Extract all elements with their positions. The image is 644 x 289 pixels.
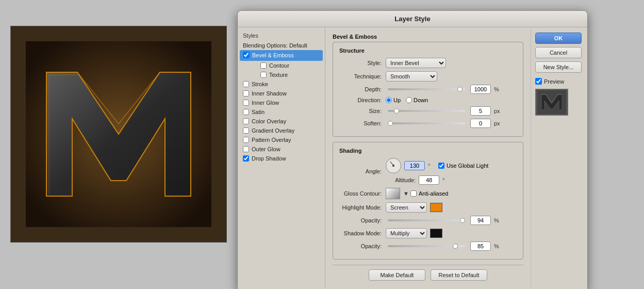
gradient-overlay-checkbox[interactable]: [243, 127, 249, 134]
bevel-emboss-header: Bevel & Emboss: [333, 34, 523, 40]
shadow-opacity-slider[interactable]: [388, 245, 465, 247]
highlight-mode-select[interactable]: Screen Normal Multiply: [386, 202, 427, 213]
shadow-opacity-input[interactable]: [470, 242, 491, 251]
gloss-contour-control: ▼ Anti-aliased: [386, 188, 517, 199]
gloss-contour-preview[interactable]: [386, 188, 400, 199]
style-label: Style:: [339, 60, 386, 66]
shadow-mode-row: Shadow Mode: Multiply Normal Screen: [339, 228, 517, 238]
direction-up-label: Up: [393, 97, 401, 103]
depth-unit: %: [494, 86, 501, 92]
direction-up-item[interactable]: Up: [386, 97, 401, 103]
depth-control: %: [386, 85, 517, 94]
shadow-opacity-thumb[interactable]: [453, 244, 458, 249]
highlight-opacity-unit: %: [494, 217, 501, 223]
depth-input[interactable]: [470, 85, 491, 94]
gloss-contour-arrow[interactable]: ▼: [403, 190, 407, 197]
shadow-color-swatch[interactable]: [430, 229, 442, 238]
soften-input[interactable]: [470, 119, 491, 128]
canvas-area: [10, 26, 227, 243]
size-slider-track[interactable]: [388, 110, 465, 112]
color-overlay-item[interactable]: Color Overlay: [238, 117, 325, 126]
highlight-opacity-input[interactable]: [470, 216, 491, 225]
styles-panel: Styles Blending Options: Default Bevel &…: [238, 27, 325, 289]
drop-shadow-checkbox[interactable]: [243, 155, 249, 162]
color-overlay-checkbox[interactable]: [243, 118, 249, 124]
dialog-footer: Make Default Reset to Default: [333, 265, 523, 285]
pattern-overlay-checkbox[interactable]: [243, 137, 249, 143]
highlight-opacity-row: Opacity: %: [339, 216, 517, 225]
outer-glow-checkbox[interactable]: [243, 146, 249, 152]
middle-panel: Bevel & Emboss Structure Style: Inner Be…: [325, 27, 531, 289]
shading-section: Shading Angle: °: [333, 142, 523, 260]
angle-dial[interactable]: [386, 158, 401, 173]
preview-checkbox[interactable]: [535, 78, 542, 85]
shadow-opacity-label: Opacity:: [339, 243, 386, 249]
highlight-opacity-control: %: [386, 216, 517, 225]
use-global-light-item[interactable]: Use Global Light: [438, 163, 488, 169]
inner-glow-checkbox[interactable]: [243, 100, 249, 106]
gloss-contour-row: Gloss Contour: ▼ Anti-aliased: [339, 188, 517, 199]
drop-shadow-item[interactable]: Drop Shadow: [238, 154, 325, 163]
satin-item[interactable]: Satin: [238, 107, 325, 117]
soften-slider-thumb[interactable]: [388, 121, 393, 126]
texture-checkbox[interactable]: [260, 72, 267, 78]
new-style-button[interactable]: New Style...: [535, 61, 582, 73]
canvas-preview: [11, 26, 226, 242]
reset-to-default-button[interactable]: Reset to Default: [431, 269, 487, 281]
depth-slider-thumb[interactable]: [457, 87, 463, 92]
anti-aliased-label: Anti-aliased: [419, 190, 448, 197]
contour-checkbox[interactable]: [260, 62, 267, 69]
altitude-label: Altitude:: [389, 177, 416, 183]
angle-row: Angle: ° Use: [339, 158, 517, 185]
soften-label: Soften:: [339, 120, 386, 126]
structure-section: Structure Style: Inner Bevel Outer Bevel…: [333, 42, 523, 137]
shadow-mode-select[interactable]: Multiply Normal Screen: [386, 228, 427, 238]
use-global-light-label: Use Global Light: [447, 163, 488, 169]
texture-item[interactable]: Texture: [248, 70, 325, 79]
contour-item[interactable]: Contour: [248, 61, 325, 70]
size-input[interactable]: [470, 106, 491, 116]
angle-label: Angle:: [339, 168, 386, 174]
make-default-button[interactable]: Make Default: [369, 269, 425, 281]
bevel-emboss-item[interactable]: Bevel & Emboss: [240, 50, 323, 61]
cancel-button[interactable]: Cancel: [535, 47, 582, 58]
style-select[interactable]: Inner Bevel Outer Bevel Emboss Pillow Em…: [386, 58, 446, 68]
stroke-checkbox[interactable]: [243, 81, 249, 87]
technique-select[interactable]: Smooth Chisel Hard Chisel Soft: [386, 71, 437, 82]
direction-down-item[interactable]: Down: [406, 97, 428, 103]
soften-slider-track[interactable]: [388, 122, 465, 124]
shadow-opacity-row: Opacity: %: [339, 242, 517, 251]
depth-label: Depth:: [339, 86, 386, 92]
blending-options-item[interactable]: Blending Options: Default: [238, 41, 325, 50]
direction-control: Up Down: [386, 97, 517, 103]
right-panel: OK Cancel New Style... Preview: [531, 27, 587, 289]
angle-input[interactable]: [404, 161, 425, 170]
soften-unit: px: [494, 120, 501, 126]
anti-aliased-checkbox[interactable]: [410, 190, 417, 197]
preview-label-text: Preview: [544, 78, 564, 85]
letter-m-graphic: [26, 41, 211, 227]
bevel-emboss-checkbox[interactable]: [243, 52, 250, 58]
size-unit: px: [494, 108, 501, 114]
direction-up-radio[interactable]: [386, 97, 392, 103]
use-global-light-checkbox[interactable]: [438, 163, 444, 169]
direction-down-radio[interactable]: [406, 97, 412, 103]
satin-checkbox[interactable]: [243, 109, 249, 115]
highlight-opacity-thumb[interactable]: [460, 218, 465, 223]
angle-unit: °: [428, 163, 435, 169]
highlight-opacity-slider[interactable]: [388, 219, 465, 221]
outer-glow-item[interactable]: Outer Glow: [238, 145, 325, 154]
gradient-overlay-item[interactable]: Gradient Overlay: [238, 126, 325, 135]
depth-slider-track[interactable]: [388, 88, 465, 90]
pattern-overlay-item[interactable]: Pattern Overlay: [238, 135, 325, 145]
size-slider-thumb[interactable]: [394, 108, 399, 114]
preview-svg: [537, 90, 566, 114]
inner-shadow-item[interactable]: Inner Shadow: [238, 89, 325, 98]
inner-shadow-checkbox[interactable]: [243, 90, 249, 97]
stroke-item[interactable]: Stroke: [238, 79, 325, 89]
highlight-color-swatch[interactable]: [430, 203, 442, 212]
inner-glow-item[interactable]: Inner Glow: [238, 98, 325, 107]
altitude-input[interactable]: [419, 175, 439, 185]
ok-button[interactable]: OK: [535, 33, 582, 44]
anti-aliased-item[interactable]: Anti-aliased: [410, 190, 448, 197]
